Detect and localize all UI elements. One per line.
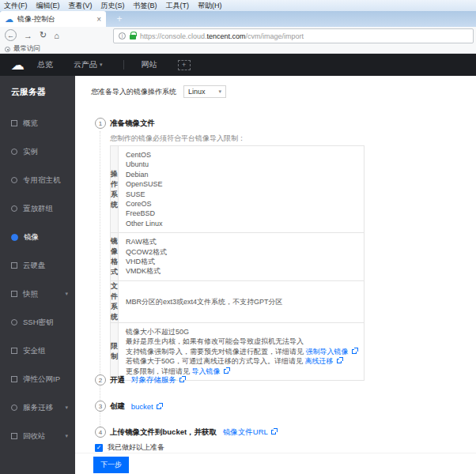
sidebar-item-镜像[interactable]: 镜像 [0,223,75,251]
menu-item[interactable]: 编辑(E) [36,1,60,11]
menu-item[interactable]: 工具(T) [166,1,190,11]
table-row-label: 文件系统 [111,280,119,322]
table-text: CoreOS [126,200,152,208]
nav-item-website[interactable]: 网站 [142,59,157,70]
tencent-cloud-logo-icon[interactable]: ☁ [11,58,25,72]
url-text: https://console.cloud.tencent.com/cvm/im… [140,32,304,40]
table-text: Debian [126,171,149,179]
sidebar-item-服务迁移[interactable]: 服务迁移▾ [0,393,75,422]
sidebar-item-概览[interactable]: 概览 [0,109,75,137]
ready-checkbox-label: 我已做好以上准备 [108,442,164,453]
table-text: QCOW2格式 [126,248,167,256]
sidebar-item-弹性公网IP[interactable]: 弹性公网IP [0,365,75,393]
doc-link[interactable]: 强制导入镜像 [306,348,349,356]
instance-icon [11,149,17,155]
sidebar-item-安全组[interactable]: 安全组 [0,337,75,365]
bucket-link[interactable]: bucket [131,402,153,411]
overview-icon [11,120,17,126]
table-text: SUSE [126,190,145,198]
cloud-disk-icon [11,262,17,269]
site-info-icon[interactable]: i [119,32,126,40]
step-3-text: 创建 [110,401,127,412]
step-4-circle: 4 [95,427,106,438]
sidebar-item-快照[interactable]: 快照▾ [0,280,75,308]
external-link-icon [352,349,357,354]
table-row: 文件系统MBR分区的ext3或ext4文件系统，不支持GPT分区 [111,280,365,322]
external-link-icon [224,369,229,374]
migration-icon [11,404,17,411]
url-bar[interactable]: i https://console.cloud.tencent.com/cvm/… [113,28,474,43]
menu-item[interactable]: 查看(V) [69,1,93,11]
os-select-label: 您准备导入的镜像操作系统 [91,87,176,97]
table-text: VMDK格式 [126,267,161,275]
sidebar-item-label: 云硬盘 [23,261,46,271]
browser-tab-strip: ☁ 镜像-控制台 × + [0,11,476,27]
add-shortcut-icon[interactable]: + [178,60,191,70]
sidebar-item-实例[interactable]: 实例 [0,137,75,166]
step-2-circle: 2 [95,374,106,386]
table-row: 镜像格式RAW格式QCOW2格式VHD格式VMDK格式 [111,233,365,281]
chevron-down-icon: ▾ [65,291,68,297]
table-text: VHD格式 [126,258,155,265]
menu-item[interactable]: 帮助(H) [198,1,222,11]
sidebar-item-label: 专用宿主机 [23,175,61,186]
sidebar-item-label: 快照 [23,289,38,299]
bookmark-most-visited[interactable]: 最常访问 [13,44,40,54]
sidebar-item-置放群组[interactable]: 置放群组 [0,194,75,223]
sidebar-item-云硬盘[interactable]: 云硬盘 [0,251,75,280]
table-text: 最好是原生内核，如果有修改可能会导致虚拟机无法导入 [126,337,304,345]
new-tab-button[interactable]: + [111,12,128,26]
image-import-limits-table: 操作系统CentOSUbuntuDebianOpenSUSESUSECoreOS… [110,145,365,381]
table-text: Ubuntu [126,160,149,168]
tab-close-icon[interactable]: × [96,15,101,24]
sidebar-item-回收站[interactable]: 回收站▾ [0,422,75,450]
step-connector-line [100,131,100,438]
sidebar-item-label: SSH密钥 [23,318,54,328]
console-top-nav: ☁ 总览 云产品▾ 网站 + [0,54,476,76]
ready-checkbox[interactable]: ✓ [95,444,103,452]
home-icon[interactable]: ⌂ [54,31,59,40]
snapshot-icon [11,291,17,297]
nav-divider [123,60,124,70]
next-step-button[interactable]: 下一步 [93,457,129,473]
step-2-text: 开通 [110,375,127,386]
menu-item[interactable]: 文件(F) [4,1,28,11]
doc-link[interactable]: 导入镜像 [192,367,221,375]
sidebar-item-专用宿主机[interactable]: 专用宿主机 [0,166,75,194]
placement-group-icon [11,205,17,212]
refresh-icon[interactable]: ↻ [40,30,47,40]
table-row-content: 镜像大小不超过50G最好是原生内核，如果有修改可能会导致虚拟机无法导入支持镜像强… [119,322,365,380]
dedicated-host-icon [11,177,17,183]
external-link-icon [271,430,276,434]
sidebar-item-label: 概览 [23,118,38,129]
browser-tab[interactable]: ☁ 镜像-控制台 × [0,11,106,27]
chevron-down-icon: ▾ [65,404,68,411]
table-row-content: CentOSUbuntuDebianOpenSUSESUSECoreOSFree… [119,146,365,233]
tab-favicon-cloud-icon: ☁ [5,15,13,24]
external-link-icon [337,359,342,363]
nav-item-cloud-products[interactable]: 云产品▾ [74,59,103,70]
table-text: 更多限制，详细请见 [126,367,192,375]
nav-item-overview[interactable]: 总览 [37,59,53,70]
sidebar-item-label: 弹性公网IP [23,374,60,385]
sidebar-item-label: 安全组 [23,346,46,356]
sidebar-item-label: 实例 [23,147,38,157]
sidebar-item-SSH密钥[interactable]: SSH密钥 [0,308,75,337]
table-row: 操作系统CentOSUbuntuDebianOpenSUSESUSECoreOS… [111,146,365,233]
table-text: CentOS [126,151,151,159]
ssh-key-icon [11,319,17,325]
cos-service-link[interactable]: 对象存储服务 [131,375,176,384]
table-row-content: MBR分区的ext3或ext4文件系统，不支持GPT分区 [119,280,365,322]
doc-link[interactable]: 离线迁移 [305,357,334,365]
external-link-icon [179,378,184,382]
os-select-dropdown[interactable]: Linux ▾ [183,85,226,98]
eip-icon [11,376,17,382]
back-icon[interactable]: ← [5,29,17,41]
browser-nav-toolbar: ← → ↻ ⌂ i https://console.cloud.tencent.… [0,27,476,45]
menu-item[interactable]: 书签(B) [134,1,157,11]
forward-icon[interactable]: → [24,31,32,40]
table-text: 镜像大小不超过50G [126,328,189,336]
sidebar-title: 云服务器 [0,76,75,109]
menu-item[interactable]: 历史(S) [101,1,125,11]
image-file-url-link[interactable]: 镜像文件URL [223,427,268,436]
